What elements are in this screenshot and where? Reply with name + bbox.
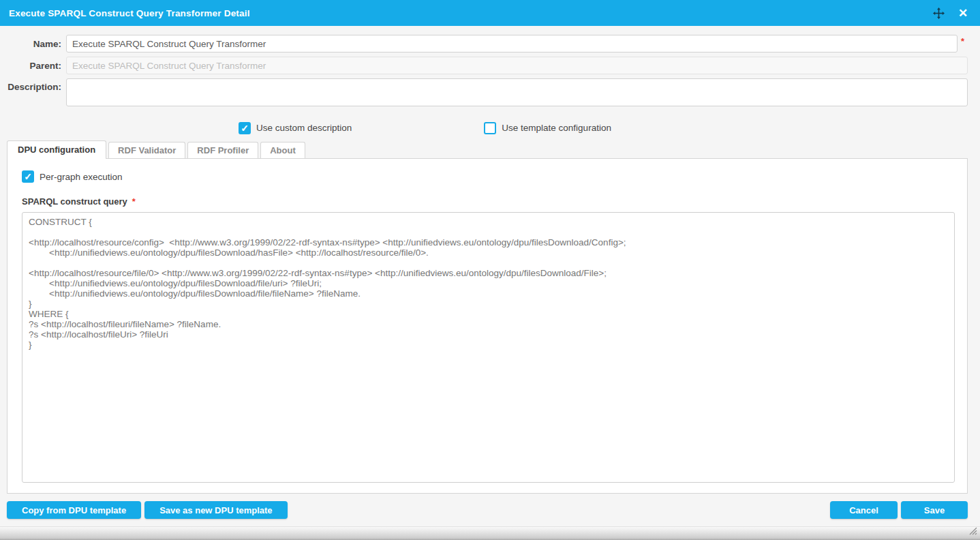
use-template-configuration-label: Use template configuration xyxy=(502,123,611,133)
checkbox-icon[interactable] xyxy=(484,122,496,134)
description-input[interactable] xyxy=(66,78,968,106)
name-input[interactable] xyxy=(66,35,958,52)
per-graph-execution-label: Per-graph execution xyxy=(40,172,123,182)
sparql-query-caption-row: SPARQL construct query * xyxy=(22,196,967,207)
dpu-detail-dialog: Execute SPARQL Construct Query Transform… xyxy=(0,0,980,540)
use-template-configuration-checkbox[interactable]: Use template configuration xyxy=(484,122,611,134)
sparql-query-input[interactable]: CONSTRUCT { <http://localhost/resource/c… xyxy=(22,212,955,483)
tab-dpu-configuration[interactable]: DPU configuration xyxy=(7,140,106,159)
sparql-query-label: SPARQL construct query xyxy=(22,196,127,207)
tab-rdf-validator[interactable]: RDF Validator xyxy=(108,142,185,158)
window-resize-bar xyxy=(0,526,980,540)
sparql-required-asterisk: * xyxy=(132,196,136,207)
options-row: Use custom description Use template conf… xyxy=(0,121,980,134)
move-icon[interactable] xyxy=(930,5,947,21)
save-as-new-dpu-template-button[interactable]: Save as new DPU template xyxy=(144,501,287,519)
tab-rdf-profiler[interactable]: RDF Profiler xyxy=(187,142,258,158)
checkbox-icon[interactable] xyxy=(22,170,34,183)
resize-handle-icon[interactable] xyxy=(968,526,977,538)
dialog-titlebar: Execute SPARQL Construct Query Transform… xyxy=(0,0,980,26)
parent-input xyxy=(66,57,968,74)
name-required-asterisk: * xyxy=(961,36,964,46)
cancel-button[interactable]: Cancel xyxy=(830,501,898,519)
copy-from-dpu-template-button[interactable]: Copy from DPU template xyxy=(7,501,141,519)
per-graph-execution-checkbox[interactable]: Per-graph execution xyxy=(22,170,967,183)
dialog-button-row: Copy from DPU template Save as new DPU t… xyxy=(0,501,980,519)
parent-label: Parent: xyxy=(0,61,61,71)
description-row: Description: xyxy=(0,78,980,106)
close-icon[interactable]: ✕ xyxy=(955,5,971,21)
dpu-configuration-panel: Per-graph execution SPARQL construct que… xyxy=(7,158,968,494)
form-area: Name: * Parent: Description: Use custom … xyxy=(0,26,980,134)
checkbox-icon[interactable] xyxy=(239,122,251,134)
dialog-title: Execute SPARQL Construct Query Transform… xyxy=(9,8,930,18)
name-row: Name: * xyxy=(0,35,980,52)
save-button[interactable]: Save xyxy=(901,501,968,519)
name-label: Name: xyxy=(0,39,61,49)
use-custom-description-label: Use custom description xyxy=(256,123,352,133)
use-custom-description-checkbox[interactable]: Use custom description xyxy=(239,122,352,134)
tab-bar: DPU configuration RDF Validator RDF Prof… xyxy=(7,140,973,158)
parent-row: Parent: xyxy=(0,57,980,74)
tab-about[interactable]: About xyxy=(260,142,305,158)
description-label: Description: xyxy=(0,78,61,92)
